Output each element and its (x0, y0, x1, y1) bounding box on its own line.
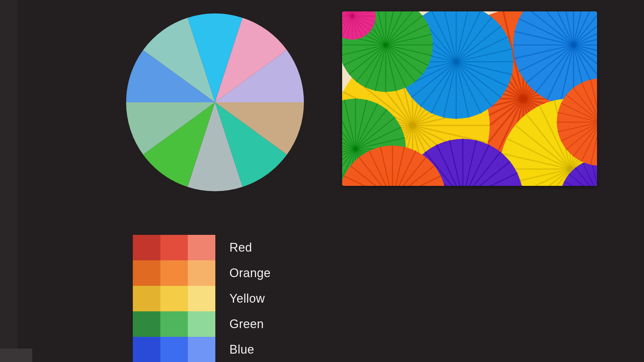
palette-row: Green (133, 311, 271, 337)
palette-row: Yellow (133, 286, 271, 311)
swatch-cell[interactable] (188, 235, 215, 260)
color-wheel-svg (126, 13, 304, 191)
palette-row: Orange (133, 260, 271, 286)
palette-list: RedOrangeYellowGreenBlue (133, 235, 271, 362)
palette-row-label: Green (229, 317, 264, 331)
swatch-cell[interactable] (160, 260, 188, 286)
swatch-cell[interactable] (160, 311, 188, 337)
swatch-cell[interactable] (133, 235, 160, 260)
svg-point-89 (571, 42, 577, 48)
swatch-cell[interactable] (188, 286, 215, 311)
hero-image-svg (342, 11, 597, 186)
swatch-cell[interactable] (133, 286, 160, 311)
swatch-cell[interactable] (188, 311, 215, 337)
svg-point-29 (519, 94, 528, 103)
palette-row-label: Red (229, 241, 252, 255)
hero-image (342, 11, 597, 186)
palette-row-label: Orange (229, 266, 271, 280)
swatch-cell[interactable] (188, 337, 215, 362)
swatch-cell[interactable] (188, 260, 215, 286)
svg-point-149 (383, 43, 388, 47)
color-wheel (126, 13, 304, 191)
palette-row-label: Blue (229, 343, 254, 357)
svg-point-179 (351, 15, 354, 17)
swatch-cell[interactable] (133, 337, 160, 362)
palette-row: Blue (133, 337, 271, 362)
swatch-cell[interactable] (160, 235, 188, 260)
swatch-cell[interactable] (133, 260, 160, 286)
palette-row: Red (133, 235, 271, 260)
svg-point-209 (353, 147, 358, 152)
svg-point-59 (409, 122, 417, 130)
swatch-cell[interactable] (160, 337, 188, 362)
svg-point-119 (453, 59, 459, 65)
swatch-cell[interactable] (160, 286, 188, 311)
left-ribbon-bottom-tab (0, 349, 32, 362)
swatch-cell[interactable] (133, 311, 160, 337)
palette-row-label: Yellow (229, 292, 265, 306)
left-ribbon (0, 0, 17, 362)
